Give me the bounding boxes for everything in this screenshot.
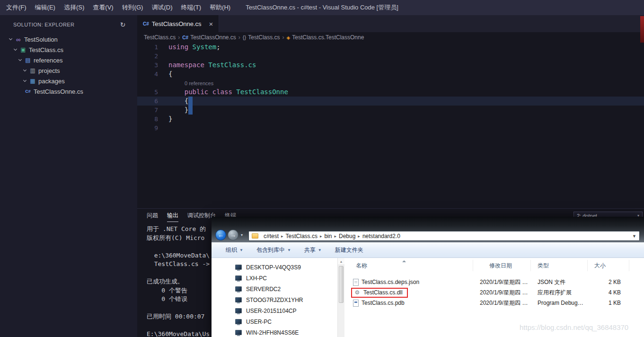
project-icon: ▣	[19, 46, 27, 53]
file-row[interactable]: TestClass.cs.deps.json2020/1/9/星期四 …JSON…	[344, 277, 644, 287]
sidebar: SOLUTION: EXPLORER ↻ ∞TestSolution▣TestC…	[0, 15, 137, 337]
csharp-icon: C#	[182, 35, 188, 40]
code-line[interactable]: 3namespace TestClass.cs	[137, 61, 644, 70]
menu-item[interactable]: 文件(F)	[2, 0, 31, 15]
column-header[interactable]: 修改日期	[473, 260, 531, 271]
breadcrumb-item[interactable]: ◈TestClass.cs.TestClassOnne	[287, 34, 364, 41]
menu-item[interactable]: 终端(T)	[176, 0, 205, 15]
back-button[interactable]: ←	[215, 230, 226, 240]
sidebar-header: SOLUTION: EXPLORER ↻	[0, 15, 137, 32]
column-header[interactable]: 大小	[588, 260, 629, 271]
highlighted-file: ⚙TestClass.cs.dll	[351, 288, 408, 298]
tree-item-label: TestClassOnne.cs	[34, 88, 83, 95]
address-segment[interactable]: netstandard2.0	[360, 233, 403, 239]
menu-item[interactable]: 转到(G)	[118, 0, 148, 15]
address-segment[interactable]: c#test	[261, 233, 281, 239]
code-text: {	[158, 97, 193, 106]
overview-ruler-marker	[640, 16, 644, 43]
nav-item[interactable]: LXH-PC	[212, 273, 337, 284]
computer-icon	[235, 297, 242, 302]
nav-item-label: USER-20151104CP	[246, 308, 297, 314]
cell-name: ⚙TestClass.cs.dll	[344, 288, 473, 298]
class_symbol-icon: ◈	[287, 35, 291, 40]
nav-item[interactable]: SERVERDC2	[212, 284, 337, 294]
toolbar-button[interactable]: 包含到库中▼	[256, 246, 291, 254]
address-bar[interactable]: c#test▸TestClass.cs▸bin▸Debug▸netstandar…	[248, 231, 640, 241]
tab-testclassonne[interactable]: C# TestClassOnne.cs ×	[137, 15, 219, 32]
panel-tab-active[interactable]: 输出	[167, 212, 178, 222]
code-text: }	[158, 115, 172, 124]
references-icon: ▤	[24, 57, 32, 63]
tree-item[interactable]: C#TestClassOnne.cs	[0, 86, 137, 97]
code-token: TestClass.cs	[208, 61, 256, 69]
column-header[interactable]: 类型	[531, 260, 588, 271]
file-size: 4 KB	[588, 289, 629, 296]
nav-item[interactable]: STOOG7RJZDX1YHR	[212, 294, 337, 305]
code-token: class	[212, 88, 232, 96]
code-line[interactable]: 5 public class TestClassOnne	[137, 88, 644, 97]
code-text: {	[158, 70, 172, 79]
address-segment[interactable]: Debug	[336, 233, 358, 239]
panel-tab[interactable]: 问题	[147, 212, 158, 222]
nav-item[interactable]: USER-20151104CP	[212, 305, 337, 316]
tree-item[interactable]: ▥projects	[0, 65, 137, 76]
breadcrumb-item[interactable]: C#TestClassOnne.cs	[182, 34, 236, 41]
scroll-up-icon[interactable]: ▲	[338, 258, 344, 265]
chevron-glyph	[23, 79, 26, 82]
code-line[interactable]: 6 {	[137, 97, 644, 106]
tree-item[interactable]: ▣TestClass.cs	[0, 44, 137, 55]
code-line[interactable]: 7 }	[137, 106, 644, 115]
menu-item[interactable]: 选择(S)	[60, 0, 88, 15]
address-segment[interactable]: TestClass.cs	[283, 233, 320, 239]
breadcrumb-item[interactable]: TestClass.cs	[144, 34, 176, 41]
address-segment[interactable]: bin	[322, 233, 334, 239]
menu-item[interactable]: 编辑(E)	[31, 0, 60, 15]
tree-item[interactable]: ▤references	[0, 55, 137, 65]
address-dropdown-icon[interactable]: ▼	[632, 234, 636, 239]
file-size: 1 KB	[588, 300, 629, 306]
column-header[interactable]: 名称	[344, 260, 473, 271]
toolbar-button[interactable]: 组织▼	[226, 246, 243, 254]
toolbar-button[interactable]: 新建文件夹	[335, 246, 363, 254]
code-line[interactable]: 4{	[137, 70, 644, 79]
code-line[interactable]: 9	[137, 124, 644, 133]
menu-bar: 文件(F)编辑(E)选择(S)查看(V)转到(G)调试(D)终端(T)帮助(H)	[0, 0, 235, 15]
cell-name: TestClass.cs.deps.json	[344, 278, 473, 286]
nav-item[interactable]: USER-PC	[212, 316, 337, 327]
code-line[interactable]: 0 references	[137, 79, 644, 88]
code-token	[188, 43, 192, 51]
scrollbar[interactable]: ▲	[337, 258, 344, 337]
nav-item[interactable]: DESKTOP-V4QQ3S9	[212, 262, 337, 273]
refresh-icon[interactable]: ↻	[120, 21, 126, 28]
code-token: }	[168, 115, 172, 123]
chevron-glyph	[9, 37, 12, 40]
close-icon[interactable]: ×	[209, 20, 213, 28]
file-row[interactable]: TestClass.cs.pdb2020/1/9/星期四 …Program De…	[344, 298, 644, 308]
chevron-down-icon	[16, 60, 24, 61]
code-line[interactable]: 2	[137, 52, 644, 61]
column-label: 类型	[538, 262, 549, 270]
code-line[interactable]: 1using System;	[137, 43, 644, 52]
column-label: 名称	[356, 262, 367, 270]
menu-item[interactable]: 帮助(H)	[205, 0, 235, 15]
recent-pages-dropdown-icon[interactable]: ▾	[241, 233, 243, 237]
tree-item[interactable]: ▦packages	[0, 76, 137, 86]
forward-button[interactable]: →	[228, 230, 238, 240]
nav-item[interactable]: WIN-2HFH8N4SS6E	[212, 327, 337, 337]
code-editor[interactable]: 1using System;23namespace TestClass.cs4{…	[137, 43, 644, 208]
code-line[interactable]: 8}	[137, 115, 644, 124]
menu-item[interactable]: 调试(D)	[147, 0, 176, 15]
file-type: Program Debug…	[531, 300, 588, 306]
tree-item[interactable]: ∞TestSolution	[0, 34, 137, 44]
file-icon-json	[353, 279, 359, 286]
toolbar-button[interactable]: 共享▼	[304, 246, 322, 254]
scrollbar-thumb[interactable]	[339, 266, 344, 303]
file-date: 2020/1/9/星期四 …	[473, 278, 531, 286]
file-row[interactable]: ⚙TestClass.cs.dll2020/1/9/星期四 …应用程序扩展4 K…	[344, 287, 644, 298]
nav-buttons: ← → ▾	[215, 230, 243, 240]
breadcrumb-item[interactable]: {}TestClass.cs	[243, 34, 280, 41]
code-token: }	[168, 106, 188, 114]
code-text: using System;	[158, 43, 221, 52]
tab-label: TestClassOnne.cs	[152, 20, 202, 27]
menu-item[interactable]: 查看(V)	[88, 0, 117, 15]
